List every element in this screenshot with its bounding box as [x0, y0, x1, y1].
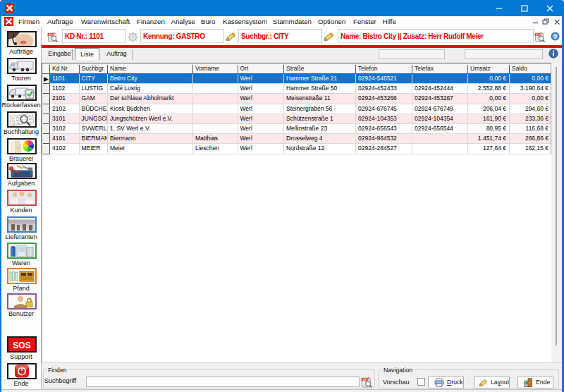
svg-text:?: ? — [553, 33, 558, 40]
svg-text:SOS: SOS — [13, 341, 30, 350]
